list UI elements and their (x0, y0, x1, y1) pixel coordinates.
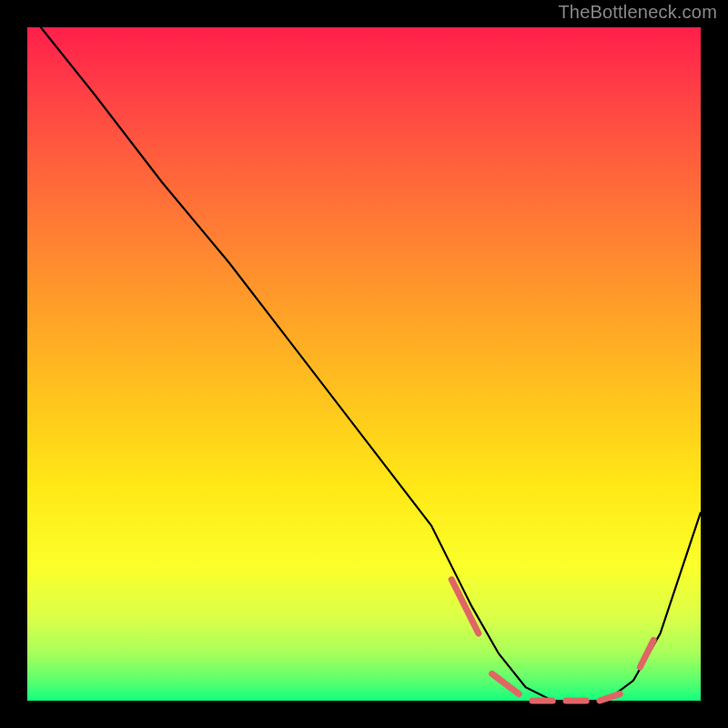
highlight-dashes (451, 580, 653, 701)
curve-overlay (27, 27, 701, 701)
bottleneck-curve (41, 27, 701, 701)
highlight-dash (451, 580, 479, 633)
chart-frame: TheBottleneck.com (0, 0, 728, 728)
highlight-dash (600, 694, 620, 701)
highlight-dash (492, 673, 520, 693)
highlight-dash (640, 640, 653, 667)
attribution-text: TheBottleneck.com (558, 2, 717, 23)
